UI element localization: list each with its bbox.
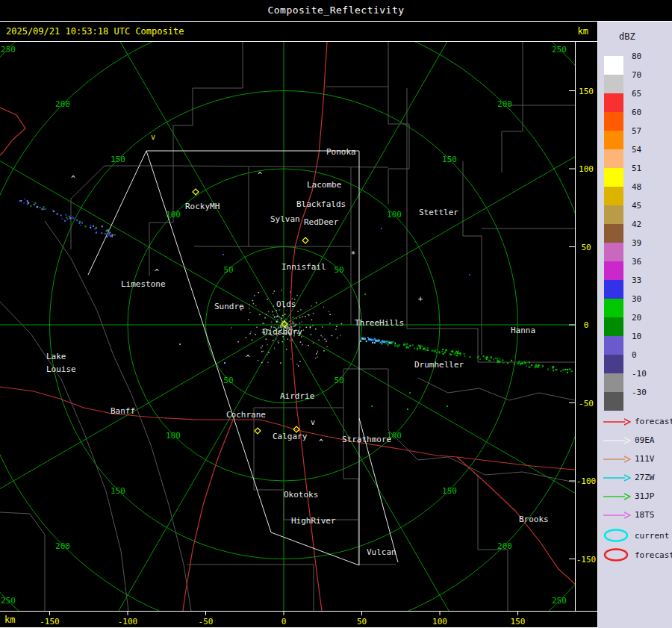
colorbar-swatch	[604, 112, 623, 131]
range-label: 150	[111, 155, 125, 164]
y-axis-tick-label: -50	[579, 399, 594, 408]
range-label: 200	[55, 541, 70, 551]
legend-marker-label: forecast	[635, 550, 672, 560]
colorbar-swatch	[604, 205, 623, 224]
radar-site-icon	[302, 237, 308, 243]
city-label: Stettler	[419, 208, 458, 217]
legend-track-label: 18TS	[635, 510, 655, 520]
storm-ellipse-icon	[603, 547, 631, 562]
y-axis-tick-label: -100	[576, 476, 597, 486]
colorbar-swatch	[604, 243, 623, 261]
track-arrow-icon	[603, 492, 631, 501]
range-label: 150	[111, 486, 125, 496]
city-label: Didsbury	[263, 327, 302, 337]
legend-track: forecast	[603, 412, 672, 431]
map-symbol: ^	[319, 438, 323, 447]
terrain-symbols: ^^v^^v^*+	[71, 133, 423, 447]
city-label: Strathmore	[342, 435, 391, 444]
map-symbol: *	[351, 250, 355, 258]
colorbar-value: 60	[632, 108, 641, 117]
colorbar-value: 39	[632, 238, 641, 248]
colorbar-value: -10	[632, 369, 647, 379]
range-label: 150	[442, 155, 457, 164]
city-label: RedDeer	[304, 217, 339, 227]
colorbar-value: 36	[632, 257, 641, 267]
title-bar: Composite_Reflectivity	[0, 0, 672, 22]
city-label: Sylvan	[270, 214, 300, 224]
radar-site-icon	[193, 189, 199, 195]
x-axis-tick-label: 100	[432, 617, 447, 627]
colorbar-value: 57	[632, 126, 641, 136]
colorbar-swatch	[604, 317, 623, 336]
colorbar-swatch	[604, 373, 623, 392]
radar-map[interactable]: 5010015020025050100150200250501001502002…	[0, 42, 598, 611]
range-label: 250	[552, 596, 567, 606]
city-label: Airdrie	[280, 391, 314, 401]
colorbar-value: 45	[632, 201, 641, 211]
legend-sidebar: dBZ 807065605754514845423936333020100-10…	[597, 22, 672, 628]
legend-tracks: forecast09EA111V27ZW31JP18TS	[603, 412, 672, 524]
y-axis-tick-label: 150	[579, 87, 594, 96]
legend-track: 27ZW	[603, 468, 672, 487]
colorbar-value: 30	[632, 294, 641, 304]
legend-marker: forecast	[603, 545, 672, 565]
colorbar-value: 51	[632, 164, 641, 173]
radar-coverage-outline	[88, 151, 398, 565]
y-axis-tick-label: 0	[584, 320, 589, 330]
city-label: Ponoka	[326, 147, 356, 157]
legend-track-label: 09EA	[635, 435, 655, 445]
colorbar-value: 54	[632, 145, 641, 155]
city-label: Banff	[111, 406, 135, 416]
map-symbol: ^	[71, 175, 75, 183]
x-axis-tick-label: -100	[118, 617, 138, 627]
radar-app-window: Composite_Reflectivity 2025/09/21 10:53:…	[0, 0, 672, 628]
colorbar-entry: -30	[604, 392, 671, 411]
map-symbol: +	[418, 295, 423, 303]
x-axis-tick-label: -150	[40, 617, 60, 627]
city-label: Hanna	[511, 326, 535, 335]
legend-track: 09EA	[603, 431, 672, 450]
y-axis: 150100500-50-100-150	[569, 42, 596, 611]
city-label: Sundre	[214, 302, 244, 311]
city-label: HighRiver	[291, 516, 336, 526]
range-label: 250	[552, 45, 567, 55]
map-area[interactable]: 5010015020025050100150200250501001502002…	[0, 42, 598, 611]
track-arrow-icon	[603, 511, 631, 520]
colorbar-value: 10	[632, 332, 641, 341]
map-symbol: ^	[246, 354, 250, 362]
colorbar-swatch	[604, 75, 623, 93]
colorbar-value: 20	[632, 313, 641, 323]
colorbar-swatch	[604, 168, 623, 187]
map-symbol: ^	[155, 268, 159, 276]
city-label: Calgary	[273, 432, 308, 441]
timestamp: 2025/09/21 10:53:18 UTC Composite	[6, 26, 184, 37]
colorbar-value: -30	[632, 388, 647, 397]
city-label: Drumheller	[414, 360, 464, 370]
colorbar-swatch	[604, 336, 623, 355]
x-axis-scale: -150-100-50050100150	[0, 612, 597, 627]
colorbar-swatch	[604, 187, 623, 205]
range-label: 50	[334, 265, 343, 275]
radar-echoes	[19, 199, 577, 410]
colorbar-scale: 807065605754514845423936333020100-10-30	[604, 56, 671, 411]
window-title: Composite_Reflectivity	[267, 4, 404, 16]
legend-markers: currentforecast	[603, 526, 672, 565]
colorbar-value: 70	[632, 70, 641, 80]
legend-marker: current	[603, 526, 672, 545]
legend-track-label: 27ZW	[635, 473, 655, 482]
colorbar-value: 33	[632, 276, 641, 285]
city-label: Okotoks	[284, 490, 318, 500]
track-arrow-icon	[603, 436, 631, 445]
y-axis-tick-label: 50	[581, 243, 591, 252]
y-axis-unit: km	[578, 22, 588, 41]
colorbar-swatch	[604, 355, 623, 373]
range-label: 100	[166, 210, 181, 220]
city-label: Blackfalds	[296, 199, 346, 209]
y-axis-tick-label: 100	[579, 164, 594, 174]
colorbar-swatch	[604, 131, 623, 149]
range-label: 250	[1, 596, 16, 606]
colorbar-swatch	[604, 56, 623, 75]
legend-track: 111V	[603, 450, 672, 468]
city-label: Innisfail	[281, 262, 326, 272]
range-label: 50	[223, 265, 233, 275]
